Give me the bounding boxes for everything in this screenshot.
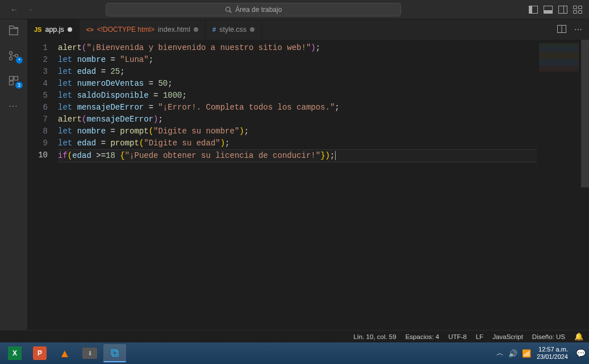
cursor-position[interactable]: Lín. 10, col. 59 xyxy=(353,333,396,340)
tab-label: app.js xyxy=(45,26,64,34)
split-editor-icon[interactable] xyxy=(557,25,566,35)
ext-badge: 3 xyxy=(15,82,23,89)
svg-rect-5 xyxy=(10,77,14,81)
more-actions-icon[interactable]: ⋯ xyxy=(574,25,582,34)
search-icon xyxy=(225,6,232,13)
svg-rect-7 xyxy=(10,81,14,85)
taskbar-app[interactable]: ⬇ xyxy=(78,344,101,362)
svg-point-2 xyxy=(10,52,12,55)
nav-back-icon[interactable]: ← xyxy=(10,5,18,14)
source-control-icon[interactable]: * xyxy=(7,49,20,62)
layout-bottom-icon[interactable] xyxy=(544,6,553,14)
code-editor[interactable]: 12345678910 alert("¡Bienvenida y bienven… xyxy=(27,40,537,330)
css-file-icon: # xyxy=(212,26,216,33)
taskbar-vscode[interactable]: ⧉ xyxy=(103,344,126,362)
js-file-icon: JS xyxy=(34,26,41,33)
svg-point-3 xyxy=(10,57,12,60)
keyboard-layout[interactable]: Diseño: US xyxy=(532,333,565,340)
encoding[interactable]: UTF-8 xyxy=(448,333,467,340)
language-mode[interactable]: JavaScript xyxy=(492,333,523,340)
tab-app-js[interactable]: JS app.js xyxy=(27,19,80,40)
svg-point-0 xyxy=(226,7,231,11)
status-bar: Lín. 10, col. 59 Espacios: 4 UTF-8 LF Ja… xyxy=(0,330,589,342)
tab-style-css[interactable]: # style.css xyxy=(206,19,262,40)
code-content[interactable]: alert("¡Bienvenida y bienvenido a nuestr… xyxy=(58,42,537,330)
taskbar-vlc[interactable]: ▲ xyxy=(53,344,76,362)
layout-right-icon[interactable] xyxy=(558,6,567,14)
scm-badge: * xyxy=(16,57,23,64)
unsaved-dot-icon xyxy=(194,27,198,32)
svg-rect-6 xyxy=(14,77,18,81)
taskbar-powerpoint[interactable]: P xyxy=(28,344,51,362)
more-icon[interactable]: ⋯ xyxy=(7,99,20,112)
tray-notifications-icon[interactable]: 💬 xyxy=(576,349,586,358)
indentation[interactable]: Espacios: 4 xyxy=(406,333,439,340)
search-placeholder: Área de trabajo xyxy=(235,6,282,14)
nav-forward-icon: → xyxy=(26,5,34,14)
layout-left-icon[interactable] xyxy=(529,6,538,14)
vertical-scrollbar[interactable] xyxy=(581,40,589,330)
minimap[interactable] xyxy=(537,40,581,330)
layout-grid-icon[interactable] xyxy=(573,6,582,14)
unsaved-dot-icon xyxy=(68,27,72,32)
tray-volume-icon[interactable]: 🔊 xyxy=(508,349,517,358)
taskbar-clock[interactable]: 12:57 a.m. 23/01/2024 xyxy=(537,346,568,361)
notifications-icon[interactable]: 🔔 xyxy=(574,332,583,341)
tray-chevron-icon[interactable]: ︿ xyxy=(496,348,504,358)
activity-bar: * 3 ⋯ xyxy=(0,19,27,330)
html-file-icon: <> xyxy=(86,26,94,33)
taskbar-excel[interactable]: X xyxy=(3,344,26,362)
command-center[interactable]: Área de trabajo xyxy=(106,3,401,16)
tab-label: style.css xyxy=(219,26,247,34)
tab-index-html[interactable]: <> <!DOCTYPE html> index.html xyxy=(80,19,206,40)
tray-network-icon[interactable]: 📶 xyxy=(522,349,531,358)
tab-label: index.html xyxy=(158,26,190,34)
eol[interactable]: LF xyxy=(476,333,483,340)
unsaved-dot-icon xyxy=(250,27,254,32)
title-bar: ← → Área de trabajo xyxy=(0,0,589,19)
extensions-icon[interactable]: 3 xyxy=(7,74,20,87)
editor-tabs: JS app.js <> <!DOCTYPE html> index.html … xyxy=(27,19,589,40)
tab-prefix: <!DOCTYPE html> xyxy=(97,26,154,34)
svg-line-1 xyxy=(230,11,232,12)
line-numbers: 12345678910 xyxy=(27,42,58,330)
windows-taskbar: X P ▲ ⬇ ⧉ ︿ 🔊 📶 12:57 a.m. 23/01/2024 💬 xyxy=(0,342,589,364)
explorer-icon[interactable] xyxy=(7,24,20,37)
